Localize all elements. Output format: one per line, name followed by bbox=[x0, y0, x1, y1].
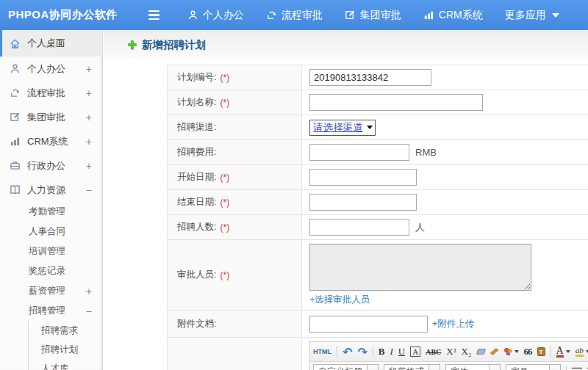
field-label: 附件文档: bbox=[168, 311, 302, 337]
blockquote-icon[interactable]: 66 bbox=[524, 346, 532, 358]
plus-icon bbox=[128, 40, 137, 49]
combo-caret-icon[interactable] bbox=[367, 365, 378, 370]
nav-workflow-approval[interactable]: 流程审批 bbox=[266, 9, 323, 22]
sidebar-item-personal-office[interactable]: 个人办公 + bbox=[0, 57, 102, 81]
recruit-plan-form: 计划编号: (*) 计划名称: (*) 招聘渠道: 请选择 bbox=[167, 65, 588, 370]
nav-group-approval[interactable]: 集团审批 bbox=[345, 9, 401, 22]
highlight-color-button[interactable]: ab bbox=[576, 347, 588, 357]
expand-plus-icon[interactable]: + bbox=[86, 136, 92, 148]
auto-typeset-icon[interactable] bbox=[504, 348, 519, 355]
sidebar-item-label: 招聘计划 bbox=[41, 344, 78, 356]
field-label: 计划名称: (*) bbox=[168, 90, 302, 115]
sidebar-item-group-approval[interactable]: 集团审批 + bbox=[0, 105, 102, 129]
sidebar-item-label: 人事合同 bbox=[29, 225, 65, 238]
sidebar-item-hr[interactable]: 人力资源 − bbox=[0, 178, 102, 202]
strikethrough-button[interactable]: ABC bbox=[426, 348, 441, 356]
font-color-button[interactable]: A bbox=[556, 347, 570, 358]
expand-plus-icon[interactable]: + bbox=[86, 112, 92, 123]
headcount-unit: 人 bbox=[415, 221, 425, 234]
align-left-icon[interactable] bbox=[572, 367, 582, 370]
nav-crm-system[interactable]: CRM系统 bbox=[423, 9, 483, 22]
sidebar-item-rewards[interactable]: 奖惩记录 bbox=[0, 261, 102, 281]
required-mark: (*) bbox=[220, 173, 229, 183]
headcount-input[interactable] bbox=[309, 219, 409, 236]
undo-icon[interactable]: ↶ bbox=[343, 345, 352, 359]
editor-toolbar-row1: HTML ↶ ↷ B I U A ABC X² X₂ bbox=[310, 342, 588, 362]
plan-number-input[interactable] bbox=[309, 69, 431, 86]
sidebar-item-recruit-demand[interactable]: 招聘需求 bbox=[29, 321, 102, 340]
collapse-minus-icon[interactable]: − bbox=[86, 184, 92, 196]
eraser-icon[interactable] bbox=[476, 349, 486, 355]
expand-plus-icon[interactable]: + bbox=[86, 63, 92, 75]
sidebar-item-crm[interactable]: CRM系统 + bbox=[0, 129, 102, 153]
custom-title-combo[interactable]: 自定义标题 bbox=[313, 364, 379, 370]
sidebar-item-label: 考勤管理 bbox=[29, 206, 65, 218]
format-painter-icon[interactable] bbox=[490, 348, 499, 355]
paragraph-format-combo[interactable]: 段落格式 bbox=[384, 364, 440, 370]
sidebar-item-attendance[interactable]: 考勤管理 bbox=[0, 202, 102, 222]
redo-icon[interactable]: ↷ bbox=[357, 345, 367, 359]
sidebar-item-hr-contract[interactable]: 人事合同 bbox=[0, 222, 102, 242]
sidebar-item-label: 招聘需求 bbox=[41, 324, 78, 337]
superscript-button[interactable]: X² bbox=[446, 346, 456, 358]
font-family-combo[interactable]: 字体 bbox=[445, 364, 501, 370]
sidebar-item-label: CRM系统 bbox=[27, 135, 68, 148]
sidebar-item-salary[interactable]: 薪资管理 + bbox=[0, 281, 102, 301]
required-mark: (*) bbox=[220, 197, 229, 208]
nav-personal-office[interactable]: 个人办公 bbox=[187, 9, 244, 22]
plan-name-input[interactable] bbox=[309, 94, 483, 111]
app-header: PHPOA协同办公软件 个人办公 流程审批 集团审批 CRM系统 更多应用 bbox=[0, 0, 588, 30]
font-size-combo[interactable]: 字号 bbox=[506, 364, 561, 370]
combo-caret-icon[interactable] bbox=[549, 365, 560, 370]
subscript-button[interactable]: X₂ bbox=[462, 346, 472, 358]
underline-button[interactable]: U bbox=[398, 346, 405, 358]
attachment-input[interactable] bbox=[309, 316, 428, 333]
choose-approver-link[interactable]: +选择审批人员 bbox=[309, 294, 370, 306]
bold-button[interactable]: B bbox=[379, 346, 385, 358]
page-title: 新增招聘计划 bbox=[142, 38, 206, 52]
sidebar-item-admin-office[interactable]: 行政办公 + bbox=[0, 153, 102, 178]
sidebar-item-label: 奖惩记录 bbox=[29, 265, 65, 278]
end-date-input[interactable] bbox=[309, 194, 417, 211]
approver-textarea[interactable] bbox=[309, 244, 531, 291]
sidebar-item-training[interactable]: 培训管理 bbox=[0, 242, 102, 261]
channel-select[interactable]: 请选择渠道 bbox=[309, 120, 376, 136]
html-source-button[interactable]: HTML bbox=[313, 348, 331, 355]
chart-icon bbox=[423, 10, 434, 21]
form-row-start-date: 开始日期: (*) bbox=[168, 165, 588, 190]
form-row-plan-number: 计划编号: (*) bbox=[168, 65, 588, 90]
paste-text-icon[interactable]: T bbox=[537, 347, 545, 356]
expand-plus-icon[interactable]: + bbox=[86, 87, 92, 99]
combo-caret-icon[interactable] bbox=[429, 365, 440, 370]
hamburger-icon[interactable] bbox=[148, 10, 159, 21]
required-mark: (*) bbox=[220, 73, 229, 83]
field-label: 招聘费用: bbox=[168, 140, 302, 164]
sidebar-item-talent-pool[interactable]: 人才库 bbox=[29, 359, 102, 370]
collapse-minus-icon[interactable]: − bbox=[86, 305, 92, 317]
sidebar-item-label: 招聘管理 bbox=[29, 305, 65, 317]
expand-plus-icon[interactable]: + bbox=[86, 160, 92, 172]
fee-input[interactable] bbox=[309, 144, 409, 161]
sidebar-item-personal-desktop[interactable]: 个人桌面 bbox=[0, 30, 102, 57]
nav-more-apps[interactable]: 更多应用 bbox=[505, 9, 559, 22]
home-icon bbox=[10, 38, 21, 49]
attachment-upload-link[interactable]: +附件上传 bbox=[432, 318, 474, 330]
editor-toolbar-row2: 自定义标题 段落格式 字体 字号 bbox=[310, 362, 588, 370]
fee-unit: RMB bbox=[415, 147, 437, 158]
required-mark: (*) bbox=[220, 270, 229, 280]
field-label: 审批人员: (*) bbox=[168, 240, 302, 310]
required-mark: (*) bbox=[220, 222, 229, 233]
select-caret-icon bbox=[367, 126, 373, 129]
expand-plus-icon[interactable]: + bbox=[86, 286, 92, 297]
sidebar-item-label: 个人办公 bbox=[27, 62, 65, 76]
app-logo: PHPOA协同办公软件 bbox=[0, 8, 118, 22]
sidebar-item-recruit-plan[interactable]: 招聘计划 bbox=[29, 340, 102, 359]
top-nav: 个人办公 流程审批 集团审批 CRM系统 更多应用 bbox=[187, 9, 559, 22]
sidebar-item-recruit-mgmt[interactable]: 招聘管理 − bbox=[0, 301, 102, 321]
combo-caret-icon[interactable] bbox=[489, 365, 500, 370]
sidebar-item-workflow-approval[interactable]: 流程审批 + bbox=[0, 81, 102, 105]
edit-icon bbox=[345, 10, 356, 21]
start-date-input[interactable] bbox=[309, 169, 417, 186]
italic-button[interactable]: I bbox=[390, 346, 392, 358]
font-style-button[interactable]: A bbox=[410, 347, 420, 357]
